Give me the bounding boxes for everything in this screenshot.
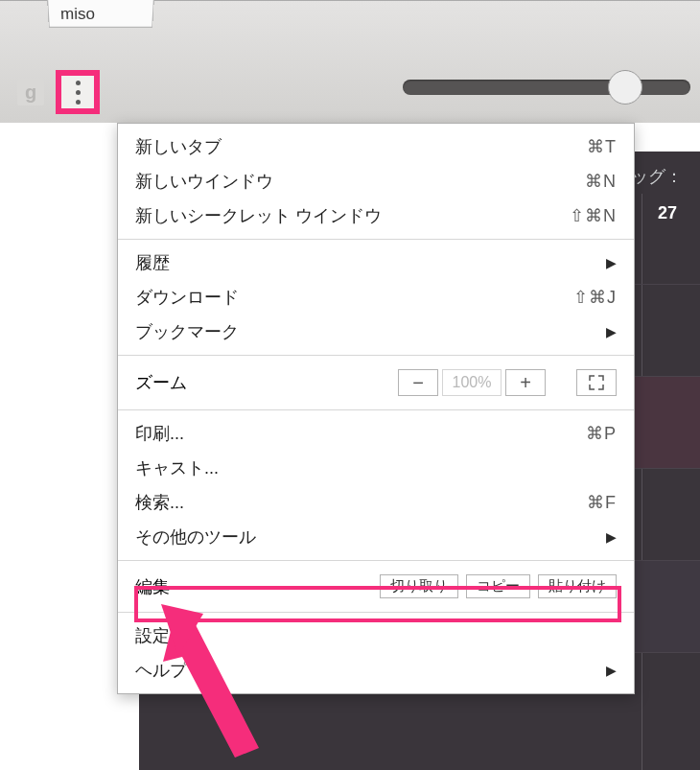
submenu-arrow-icon: ▶ bbox=[606, 255, 617, 270]
menu-item-shortcut: ⌘P bbox=[586, 423, 617, 444]
menu-item-downloads[interactable]: ダウンロード ⇧⌘J bbox=[118, 280, 634, 315]
menu-item-label: その他のツール bbox=[135, 525, 595, 548]
menu-item-label: 新しいタブ bbox=[135, 135, 587, 158]
menu-separator bbox=[118, 612, 634, 613]
zoom-in-button[interactable]: + bbox=[505, 369, 546, 396]
submenu-arrow-icon: ▶ bbox=[606, 529, 617, 545]
menu-item-shortcut: ⇧⌘J bbox=[573, 287, 617, 308]
menu-item-label: ヘルプ bbox=[135, 659, 595, 682]
menu-separator bbox=[118, 355, 634, 356]
menu-separator bbox=[118, 409, 634, 410]
fullscreen-icon bbox=[589, 375, 604, 390]
menu-item-edit: 編集 切り取り コピー 貼り付け bbox=[118, 567, 634, 606]
submenu-arrow-icon: ▶ bbox=[606, 663, 617, 678]
menu-item-shortcut: ⌘T bbox=[587, 136, 617, 157]
day-number: 27 bbox=[658, 203, 677, 223]
browser-chrome-top: miso g bbox=[0, 0, 700, 123]
tab-title: miso bbox=[60, 5, 95, 23]
zoom-value: 100% bbox=[442, 369, 502, 396]
menu-item-label: 新しいシークレット ウインドウ bbox=[135, 204, 570, 227]
menu-item-new-window[interactable]: 新しいウインドウ ⌘N bbox=[118, 164, 634, 198]
cut-button[interactable]: 切り取り bbox=[380, 574, 458, 598]
menu-item-label: 印刷... bbox=[135, 422, 586, 445]
submenu-arrow-icon: ▶ bbox=[606, 324, 617, 339]
fullscreen-button[interactable] bbox=[576, 369, 617, 396]
menu-item-label: ズーム bbox=[135, 371, 398, 394]
menu-item-cast[interactable]: キャスト... bbox=[118, 451, 634, 485]
browser-tab[interactable]: miso bbox=[47, 0, 154, 28]
menu-item-zoom: ズーム − 100% + bbox=[118, 362, 634, 404]
menu-item-shortcut: ⌘F bbox=[587, 492, 617, 513]
menu-separator bbox=[118, 239, 634, 240]
paste-button[interactable]: 貼り付け bbox=[538, 574, 617, 598]
tag-label: ッグ： bbox=[631, 165, 683, 188]
menu-item-shortcut: ⌘N bbox=[585, 171, 617, 192]
toolbar-row: g bbox=[17, 70, 100, 114]
menu-item-settings[interactable]: 設定 bbox=[118, 618, 634, 653]
kebab-menu-highlight bbox=[56, 70, 100, 114]
menu-item-find[interactable]: 検索... ⌘F bbox=[118, 485, 634, 520]
zoom-out-button[interactable]: − bbox=[398, 369, 438, 396]
menu-item-label: 履歴 bbox=[135, 251, 595, 274]
kebab-menu-icon[interactable] bbox=[76, 81, 81, 105]
slider-thumb[interactable] bbox=[608, 70, 642, 105]
menu-item-label: キャスト... bbox=[135, 456, 617, 479]
menu-item-label: 検索... bbox=[135, 491, 587, 514]
menu-item-new-incognito[interactable]: 新しいシークレット ウインドウ ⇧⌘N bbox=[118, 198, 634, 233]
menu-item-help[interactable]: ヘルプ ▶ bbox=[118, 653, 634, 688]
menu-item-bookmarks[interactable]: ブックマーク ▶ bbox=[118, 315, 634, 349]
menu-item-label: ダウンロード bbox=[135, 286, 573, 309]
menu-item-label: 編集 bbox=[135, 575, 380, 598]
copy-button[interactable]: コピー bbox=[466, 574, 530, 598]
extension-icon[interactable]: g bbox=[17, 79, 44, 105]
menu-item-label: 新しいウインドウ bbox=[135, 170, 585, 193]
menu-item-history[interactable]: 履歴 ▶ bbox=[118, 245, 634, 280]
menu-item-new-tab[interactable]: 新しいタブ ⌘T bbox=[118, 129, 634, 164]
menu-item-more-tools[interactable]: その他のツール ▶ bbox=[118, 520, 634, 554]
scrubber-slider[interactable] bbox=[403, 80, 690, 95]
menu-item-label: ブックマーク bbox=[135, 320, 595, 343]
chrome-overflow-menu: 新しいタブ ⌘T 新しいウインドウ ⌘N 新しいシークレット ウインドウ ⇧⌘N… bbox=[117, 123, 635, 694]
menu-item-shortcut: ⇧⌘N bbox=[570, 205, 617, 226]
menu-item-print[interactable]: 印刷... ⌘P bbox=[118, 416, 634, 451]
menu-item-label: 設定 bbox=[135, 624, 617, 647]
menu-separator bbox=[118, 560, 634, 561]
